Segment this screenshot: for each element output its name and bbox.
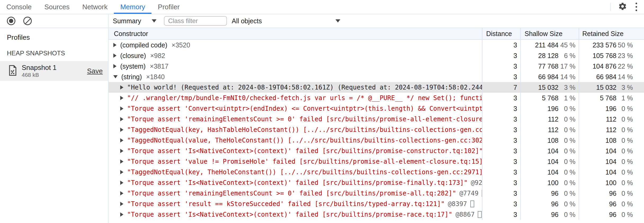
distance-cell: 3: [482, 167, 521, 177]
expand-arrow-icon[interactable]: [113, 53, 117, 58]
expand-arrow-icon[interactable]: [120, 106, 123, 111]
expand-arrow-icon[interactable]: [113, 64, 117, 68]
grid-body: (compiled code)×35203211 48445 %233 5765…: [109, 40, 644, 223]
size-value: 66 984: [579, 73, 616, 81]
string-row[interactable]: "Torque assert 'Is<NativeContext>(contex…: [109, 209, 644, 220]
string-row[interactable]: "Torque assert 'remainingElementsCount >…: [109, 188, 644, 199]
string-value: "Torque assert 'value != PromiseHole' fa…: [127, 158, 482, 165]
expand-arrow-icon[interactable]: [120, 181, 123, 185]
string-row[interactable]: "TaggedNotEqual(key, TheHoleConstant()) …: [109, 167, 644, 177]
expand-arrow-icon[interactable]: [120, 202, 123, 206]
retained-size-cell: 1080 %: [579, 135, 644, 146]
distance-cell: 3: [482, 124, 521, 135]
constructor-name: (closure): [120, 52, 146, 60]
tab-memory[interactable]: Memory: [114, 0, 151, 14]
heap-snapshots-section-title: HEAP SNAPSHOTS: [7, 50, 108, 57]
settings-gear-icon[interactable]: [618, 2, 627, 12]
expand-arrow-icon[interactable]: [120, 159, 123, 164]
size-value: 108: [521, 137, 558, 144]
size-percent: 0 %: [558, 126, 579, 134]
string-row[interactable]: "// .wrangler/tmp/bundle-FmNIt0/checked-…: [109, 93, 644, 103]
column-header-shallow-size[interactable]: Shallow Size: [521, 28, 579, 39]
size-value: 100: [579, 179, 616, 187]
constructor-row[interactable]: (string)×1840366 98414 %66 98414 %: [109, 72, 644, 82]
tab-sources[interactable]: Sources: [38, 0, 76, 14]
constructor-cell: "Torque assert 'Is<NativeContext>(contex…: [109, 209, 482, 220]
kebab-menu-icon[interactable]: [634, 2, 638, 12]
distance-cell: 3: [482, 40, 521, 50]
retained-size-cell: 960 %: [579, 188, 644, 199]
constructor-cell: "Torque assert 'Is<NativeContext>(contex…: [109, 146, 482, 156]
expand-arrow-icon[interactable]: [120, 149, 123, 153]
column-header-distance[interactable]: Distance: [482, 28, 521, 39]
string-row[interactable]: "Torque assert 'value != PromiseHole' fa…: [109, 156, 644, 167]
perspective-selector-value: Summary: [113, 17, 141, 25]
expand-arrow-icon[interactable]: [120, 96, 123, 100]
divider: [610, 3, 611, 11]
size-percent: 0 %: [616, 137, 644, 144]
constructor-name: (string): [121, 73, 142, 81]
clear-profiles-icon[interactable]: [23, 17, 32, 25]
collapse-arrow-icon[interactable]: [113, 75, 118, 78]
expand-arrow-icon[interactable]: [113, 43, 117, 47]
string-value: "// .wrangler/tmp/bundle-FmNIt0/checked-…: [127, 94, 482, 102]
string-row[interactable]: "TaggedNotEqual(key, HashTableHoleConsta…: [109, 124, 644, 135]
tab-network[interactable]: Network: [76, 0, 114, 14]
expand-arrow-icon[interactable]: [120, 212, 123, 217]
string-row[interactable]: "Torque assert 'Convert<uintptr>(endInde…: [109, 103, 644, 114]
size-value: 104: [521, 158, 558, 166]
shallow-size-cell: 1080 %: [521, 135, 579, 146]
string-row[interactable]: "Torque assert 'remainingElementsCount >…: [109, 114, 644, 124]
size-value: 15 032: [521, 84, 558, 91]
save-snapshot-link[interactable]: Save: [87, 67, 103, 75]
class-filter-input[interactable]: [164, 16, 227, 26]
expand-arrow-icon[interactable]: [120, 128, 123, 132]
size-percent: 0 %: [616, 190, 644, 197]
object-selector-value: All objects: [232, 17, 262, 25]
expand-arrow-icon[interactable]: [120, 138, 123, 142]
object-selector[interactable]: All objects: [232, 17, 344, 25]
size-value: 104: [521, 168, 558, 176]
constructor-cell: "// .wrangler/tmp/bundle-FmNIt0/checked-…: [109, 93, 482, 103]
size-percent: 0 %: [616, 126, 644, 134]
snapshot-name: Snapshot 1: [22, 64, 57, 72]
string-row[interactable]: "Torque assert 'Is<NativeContext>(contex…: [109, 146, 644, 156]
distance-cell: 3: [482, 72, 521, 82]
shallow-size-cell: 28 1286 %: [521, 50, 579, 61]
constructor-row[interactable]: (system)×3817377 76817 %104 87622 %: [109, 61, 644, 72]
expand-arrow-icon[interactable]: [120, 85, 123, 90]
size-percent: 1 %: [558, 94, 579, 102]
tab-label: Profiler: [158, 3, 180, 11]
size-percent: 0 %: [558, 168, 579, 176]
size-percent: 0 %: [616, 147, 644, 155]
size-value: 112: [579, 115, 616, 123]
tab-label: Memory: [120, 3, 145, 11]
expand-arrow-icon[interactable]: [120, 117, 123, 121]
size-value: 66 984: [521, 73, 558, 81]
expand-arrow-icon[interactable]: [120, 191, 123, 195]
column-header-retained-size[interactable]: Retained Size: [579, 28, 644, 39]
string-row[interactable]: "Torque assert 'Is<NativeContext>(contex…: [109, 177, 644, 188]
string-row[interactable]: "Hello world! (Requested at: 2024-08-19T…: [109, 82, 644, 93]
constructor-cell: "Torque assert 'result == kStoreSucceded…: [109, 199, 482, 209]
object-id: @9229: [471, 179, 482, 186]
column-header-constructor[interactable]: Constructor: [109, 28, 482, 39]
tab-label: Console: [6, 3, 32, 11]
string-value: "Torque assert 'remainingElementsCount >…: [127, 115, 482, 123]
constructor-row[interactable]: (closure)×982328 1286 %105 76823 %: [109, 50, 644, 61]
size-value: 105 768: [579, 52, 616, 60]
size-value: 100: [521, 179, 558, 187]
record-heap-snapshot-icon[interactable]: [7, 17, 15, 25]
constructor-cell: "Torque assert 'remainingElementsCount >…: [109, 114, 482, 124]
string-row[interactable]: "Torque assert 'result == kStoreSucceded…: [109, 199, 644, 209]
constructor-row[interactable]: (compiled code)×35203211 48445 %233 5765…: [109, 40, 644, 50]
tab-profiler[interactable]: Profiler: [151, 0, 186, 14]
object-id: @8397: [448, 200, 467, 208]
shallow-size-cell: 1000 %: [521, 177, 579, 188]
tab-console[interactable]: Console: [0, 0, 38, 14]
expand-arrow-icon[interactable]: [120, 170, 123, 174]
size-value: 112: [579, 126, 616, 134]
string-row[interactable]: "TaggedNotEqual(value, TheHoleConstant()…: [109, 135, 644, 146]
perspective-selector[interactable]: Summary: [109, 17, 164, 25]
snapshot-item[interactable]: Snapshot 1 468 kB Save: [0, 61, 108, 81]
